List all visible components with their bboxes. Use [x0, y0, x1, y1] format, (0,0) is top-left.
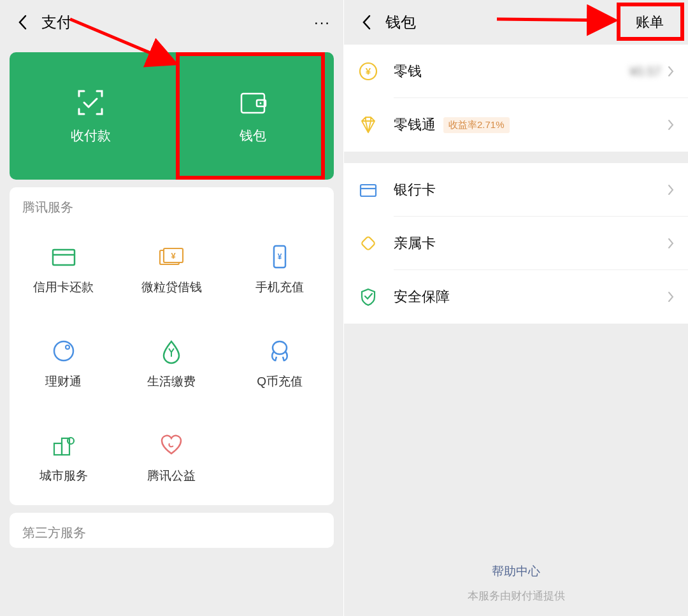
svg-text:¥: ¥	[171, 251, 176, 261]
pay-receive-label: 收付款	[71, 127, 111, 145]
phone-charge-icon: ¥	[266, 243, 293, 270]
help-center-link[interactable]: 帮助中心	[344, 563, 688, 580]
service-label: 理财通	[45, 373, 82, 390]
list-item-family-card[interactable]: 亲属卡	[344, 217, 688, 270]
qcoin-icon	[266, 338, 293, 364]
header: 钱包 账单	[344, 0, 688, 45]
qr-scan-icon	[75, 87, 106, 118]
svg-point-2	[259, 103, 261, 104]
list-divider	[344, 152, 688, 163]
list-item-balance[interactable]: ¥ 零钱¥0.57	[344, 45, 688, 98]
rotated-square-icon	[358, 233, 378, 254]
service-label: 微粒贷借钱	[141, 279, 202, 296]
list-item-balance-plus[interactable]: 零钱通收益率2.71%	[344, 98, 688, 152]
wallet-card: 收付款 钱包	[10, 52, 334, 180]
list-label: 亲属卡	[394, 234, 436, 253]
svg-rect-3	[53, 250, 75, 265]
service-label: 信用卡还款	[33, 279, 94, 296]
provider-text: 本服务由财付通提供	[344, 589, 688, 603]
back-button[interactable]	[357, 13, 376, 32]
section-title: 第三方服务	[10, 513, 334, 548]
balance-value: ¥0.57	[629, 64, 661, 79]
bill-button[interactable]: 账单	[624, 8, 675, 37]
yen-note-icon: ¥	[158, 243, 185, 270]
service-item-city[interactable]: 城市服务	[10, 411, 118, 505]
wallet-icon	[238, 87, 268, 118]
service-label: 生活缴费	[147, 373, 196, 390]
shield-icon	[358, 287, 378, 307]
chevron-right-icon	[668, 66, 674, 77]
chevron-right-icon	[668, 238, 674, 249]
wallet-label: 钱包	[240, 127, 266, 145]
service-label: 城市服务	[39, 468, 88, 484]
service-item-phone-charge[interactable]: ¥ 手机充值	[226, 222, 334, 317]
list-item-bank-card[interactable]: 银行卡	[344, 163, 688, 217]
heart-icon	[158, 432, 185, 459]
service-item-finance[interactable]: 理财通	[10, 317, 118, 411]
more-icon[interactable]: ···	[314, 13, 331, 31]
chevron-left-icon	[18, 15, 27, 30]
list-label: 零钱	[394, 62, 422, 81]
chevron-right-icon	[668, 119, 674, 131]
service-item-heart[interactable]: 腾讯公益	[118, 411, 226, 505]
list-item-security[interactable]: 安全保障	[344, 270, 688, 324]
service-label: 手机充值	[255, 279, 304, 296]
wallet-button[interactable]: 钱包	[172, 52, 334, 180]
wallet-screen: 钱包 账单 ¥ 零钱¥0.57 零钱通收益率2.71% 银行卡 亲属卡 安全保障…	[344, 0, 688, 616]
svg-point-10	[54, 341, 73, 361]
svg-point-15	[68, 438, 74, 444]
yen-circle-icon: ¥	[358, 61, 378, 82]
payment-screen: 支付 ··· 收付款 钱包 腾讯服务 信用卡还款¥ 微粒贷借钱¥ 手机充值 理财	[0, 0, 344, 616]
service-item-credit-card[interactable]: 信用卡还款	[10, 222, 118, 317]
services-grid: 信用卡还款¥ 微粒贷借钱¥ 手机充值 理财通 生活缴费 Q币充值 城市服务 腾讯…	[10, 222, 334, 505]
pay-receive-button[interactable]: 收付款	[10, 52, 172, 180]
svg-point-11	[66, 345, 69, 349]
service-label: 腾讯公益	[147, 468, 196, 484]
card-icon	[358, 180, 378, 200]
list-label: 银行卡	[394, 180, 436, 199]
chevron-left-icon	[362, 15, 371, 30]
list-label: 零钱通	[394, 115, 436, 134]
credit-card-icon	[50, 243, 77, 270]
page-title: 钱包	[385, 12, 416, 32]
third-party-section: 第三方服务	[10, 513, 334, 548]
svg-text:¥: ¥	[366, 66, 371, 76]
diamond-icon	[358, 115, 378, 135]
header: 支付 ···	[0, 0, 343, 45]
chevron-right-icon	[668, 291, 674, 303]
svg-rect-18	[361, 185, 376, 196]
service-item-yen-note[interactable]: ¥ 微粒贷借钱	[118, 222, 226, 317]
svg-point-12	[273, 341, 287, 354]
finance-icon	[50, 338, 77, 364]
service-item-qcoin[interactable]: Q币充值	[226, 317, 334, 411]
tencent-services-section: 腾讯服务 信用卡还款¥ 微粒贷借钱¥ 手机充值 理财通 生活缴费 Q币充值 城市…	[10, 187, 334, 505]
service-item-drop[interactable]: 生活缴费	[118, 317, 226, 411]
yield-badge: 收益率2.71%	[443, 117, 510, 133]
svg-text:¥: ¥	[278, 252, 282, 261]
svg-rect-20	[361, 236, 376, 251]
page-title: 支付	[41, 12, 72, 32]
back-button[interactable]	[13, 13, 32, 32]
wallet-list: ¥ 零钱¥0.57 零钱通收益率2.71% 银行卡 亲属卡 安全保障	[344, 45, 688, 324]
service-label: Q币充值	[257, 373, 303, 390]
drop-icon	[158, 338, 185, 364]
section-title: 腾讯服务	[10, 187, 334, 222]
list-label: 安全保障	[394, 287, 450, 306]
city-icon	[50, 432, 77, 459]
footer: 帮助中心 本服务由财付通提供	[344, 563, 688, 603]
chevron-right-icon	[668, 184, 674, 196]
svg-rect-13	[54, 443, 62, 455]
svg-rect-14	[62, 438, 69, 455]
